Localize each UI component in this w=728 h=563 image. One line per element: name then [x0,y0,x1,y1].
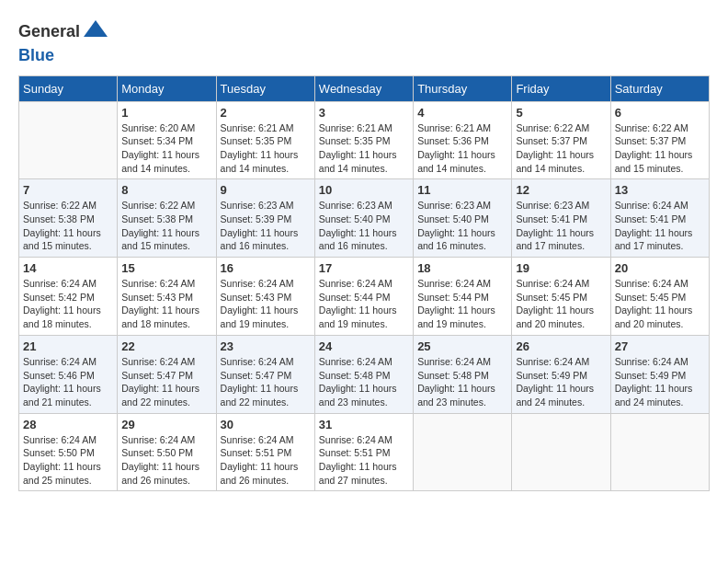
logo-blue: Blue [18,46,54,64]
day-detail: Sunrise: 6:21 AMSunset: 5:35 PMDaylight:… [221,121,311,176]
day-number: 9 [221,183,311,197]
calendar-cell: 9Sunrise: 6:23 AMSunset: 5:39 PMDaylight… [216,179,314,258]
day-detail: Sunrise: 6:24 AMSunset: 5:44 PMDaylight:… [319,277,409,331]
calendar-cell: 10Sunrise: 6:23 AMSunset: 5:40 PMDayligh… [314,179,413,258]
day-number: 23 [221,339,311,353]
day-number: 2 [221,106,311,120]
calendar-cell: 18Sunrise: 6:24 AMSunset: 5:44 PMDayligh… [414,258,512,336]
svg-marker-0 [84,20,108,37]
day-of-week-header: Wednesday [314,75,413,101]
day-detail: Sunrise: 6:24 AMSunset: 5:42 PMDaylight:… [23,277,113,331]
day-detail: Sunrise: 6:20 AMSunset: 5:34 PMDaylight:… [121,121,211,176]
calendar-cell: 11Sunrise: 6:23 AMSunset: 5:40 PMDayligh… [414,179,512,258]
day-number: 26 [516,339,606,353]
calendar-cell: 20Sunrise: 6:24 AMSunset: 5:45 PMDayligh… [610,258,709,336]
day-of-week-header: Monday [118,75,216,101]
day-of-week-header: Thursday [414,75,512,101]
calendar-cell: 5Sunrise: 6:22 AMSunset: 5:37 PMDaylight… [512,101,610,179]
day-detail: Sunrise: 6:22 AMSunset: 5:37 PMDaylight:… [615,121,705,176]
calendar-cell: 28Sunrise: 6:24 AMSunset: 5:50 PMDayligh… [19,413,118,491]
day-number: 19 [516,261,606,275]
calendar-cell: 4Sunrise: 6:21 AMSunset: 5:36 PMDaylight… [414,101,512,179]
day-detail: Sunrise: 6:23 AMSunset: 5:40 PMDaylight:… [417,199,507,253]
calendar-cell: 15Sunrise: 6:24 AMSunset: 5:43 PMDayligh… [118,258,216,336]
day-detail: Sunrise: 6:22 AMSunset: 5:38 PMDaylight:… [23,199,113,253]
day-of-week-header: Saturday [610,75,709,101]
calendar-cell: 13Sunrise: 6:24 AMSunset: 5:41 PMDayligh… [610,179,709,258]
day-detail: Sunrise: 6:22 AMSunset: 5:38 PMDaylight:… [121,199,211,253]
day-detail: Sunrise: 6:23 AMSunset: 5:39 PMDaylight:… [221,199,311,253]
logo: General Blue [18,18,111,66]
day-number: 7 [23,183,113,197]
day-number: 3 [319,106,409,120]
day-number: 20 [615,261,705,275]
day-detail: Sunrise: 6:24 AMSunset: 5:47 PMDaylight:… [221,355,311,409]
day-detail: Sunrise: 6:24 AMSunset: 5:46 PMDaylight:… [23,355,113,409]
day-number: 17 [319,261,409,275]
calendar-cell: 30Sunrise: 6:24 AMSunset: 5:51 PMDayligh… [216,413,314,491]
calendar-cell: 12Sunrise: 6:23 AMSunset: 5:41 PMDayligh… [512,179,610,258]
calendar-cell: 27Sunrise: 6:24 AMSunset: 5:49 PMDayligh… [610,335,709,413]
day-detail: Sunrise: 6:24 AMSunset: 5:47 PMDaylight:… [121,355,211,409]
day-detail: Sunrise: 6:24 AMSunset: 5:49 PMDaylight:… [516,355,606,409]
calendar-cell: 2Sunrise: 6:21 AMSunset: 5:35 PMDaylight… [216,101,314,179]
day-number: 27 [615,339,705,353]
day-detail: Sunrise: 6:24 AMSunset: 5:50 PMDaylight:… [121,433,211,488]
day-number: 10 [319,183,409,197]
day-detail: Sunrise: 6:24 AMSunset: 5:49 PMDaylight:… [615,355,705,409]
calendar-cell: 22Sunrise: 6:24 AMSunset: 5:47 PMDayligh… [118,335,216,413]
day-detail: Sunrise: 6:21 AMSunset: 5:35 PMDaylight:… [319,121,409,176]
calendar-cell: 14Sunrise: 6:24 AMSunset: 5:42 PMDayligh… [19,258,118,336]
day-number: 8 [121,183,211,197]
calendar-cell: 19Sunrise: 6:24 AMSunset: 5:45 PMDayligh… [512,258,610,336]
calendar-cell: 7Sunrise: 6:22 AMSunset: 5:38 PMDaylight… [19,179,118,258]
day-of-week-header: Tuesday [216,75,314,101]
day-number: 12 [516,183,606,197]
calendar-cell: 29Sunrise: 6:24 AMSunset: 5:50 PMDayligh… [118,413,216,491]
page-header: General Blue [18,18,710,66]
day-number: 30 [221,418,311,431]
day-number: 14 [23,261,113,275]
day-number: 11 [417,183,507,197]
calendar-cell: 17Sunrise: 6:24 AMSunset: 5:44 PMDayligh… [314,258,413,336]
day-detail: Sunrise: 6:24 AMSunset: 5:45 PMDaylight:… [516,277,606,331]
calendar-header-row: SundayMondayTuesdayWednesdayThursdayFrid… [19,75,710,101]
day-number: 18 [417,261,507,275]
day-number: 25 [417,339,507,353]
day-number: 1 [121,106,211,120]
day-detail: Sunrise: 6:24 AMSunset: 5:43 PMDaylight:… [121,277,211,331]
day-detail: Sunrise: 6:24 AMSunset: 5:45 PMDaylight:… [615,277,705,331]
day-number: 13 [615,183,705,197]
calendar-cell [19,101,118,179]
calendar-table: SundayMondayTuesdayWednesdayThursdayFrid… [18,75,710,492]
calendar-cell: 6Sunrise: 6:22 AMSunset: 5:37 PMDaylight… [610,101,709,179]
day-detail: Sunrise: 6:24 AMSunset: 5:48 PMDaylight:… [417,355,507,409]
day-number: 5 [516,106,606,120]
day-number: 4 [417,106,507,120]
day-number: 16 [221,261,311,275]
day-number: 21 [23,339,113,353]
day-detail: Sunrise: 6:24 AMSunset: 5:43 PMDaylight:… [221,277,311,331]
calendar-cell [610,413,709,491]
day-detail: Sunrise: 6:24 AMSunset: 5:51 PMDaylight:… [221,433,311,488]
day-detail: Sunrise: 6:24 AMSunset: 5:48 PMDaylight:… [319,355,409,409]
day-number: 28 [23,418,113,431]
calendar-cell: 21Sunrise: 6:24 AMSunset: 5:46 PMDayligh… [19,335,118,413]
calendar-cell: 16Sunrise: 6:24 AMSunset: 5:43 PMDayligh… [216,258,314,336]
day-detail: Sunrise: 6:24 AMSunset: 5:50 PMDaylight:… [23,433,113,488]
calendar-cell: 31Sunrise: 6:24 AMSunset: 5:51 PMDayligh… [314,413,413,491]
calendar-cell: 1Sunrise: 6:20 AMSunset: 5:34 PMDaylight… [118,101,216,179]
day-detail: Sunrise: 6:24 AMSunset: 5:41 PMDaylight:… [615,199,705,253]
logo-general: General [18,22,80,40]
calendar-cell: 24Sunrise: 6:24 AMSunset: 5:48 PMDayligh… [314,335,413,413]
day-number: 6 [615,106,705,120]
calendar-cell: 25Sunrise: 6:24 AMSunset: 5:48 PMDayligh… [414,335,512,413]
day-number: 24 [319,339,409,353]
calendar-cell: 26Sunrise: 6:24 AMSunset: 5:49 PMDayligh… [512,335,610,413]
day-number: 29 [121,418,211,431]
day-number: 22 [121,339,211,353]
day-number: 31 [319,418,409,431]
calendar-cell [512,413,610,491]
day-detail: Sunrise: 6:24 AMSunset: 5:44 PMDaylight:… [417,277,507,331]
day-detail: Sunrise: 6:22 AMSunset: 5:37 PMDaylight:… [516,121,606,176]
